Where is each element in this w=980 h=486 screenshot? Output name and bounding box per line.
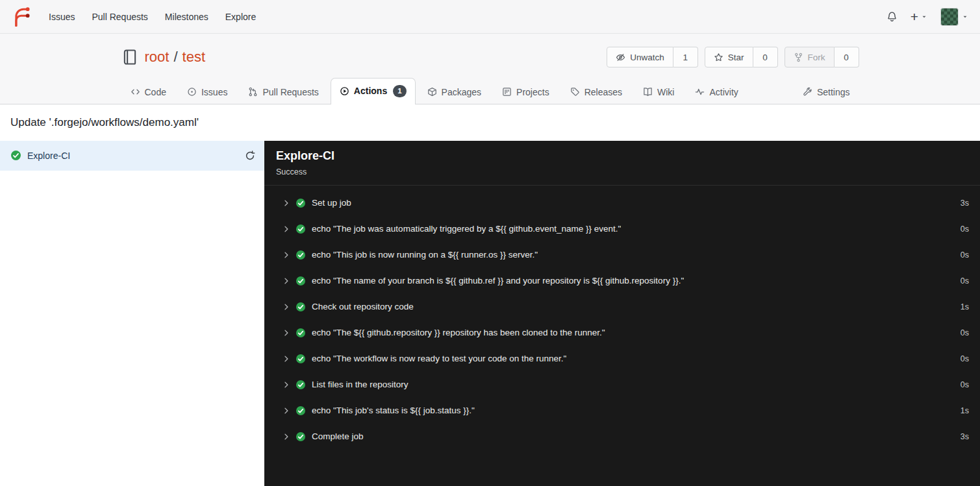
chevron-right-icon[interactable] (282, 199, 291, 208)
repo-title-row: root / test Unwatch 1 Star 0 (121, 45, 859, 69)
tab-packages[interactable]: Packages (418, 80, 490, 104)
job-header: Explore-CI Success (264, 141, 980, 186)
code-icon (131, 87, 140, 97)
tab-label: Activity (709, 87, 738, 97)
step-row[interactable]: Complete job 3s (264, 424, 980, 450)
repo-owner-link[interactable]: root (145, 49, 170, 66)
tag-icon (570, 87, 580, 97)
tab-label: Issues (201, 87, 227, 97)
repo-action-buttons: Unwatch 1 Star 0 Fork 0 (607, 47, 859, 67)
steps-list: Set up job 3s echo "The job was automati… (264, 186, 980, 450)
tab-releases[interactable]: Releases (561, 80, 631, 104)
step-row[interactable]: echo "The workflow is now ready to test … (264, 346, 980, 372)
job-status: Success (276, 167, 968, 176)
repo-name-link[interactable]: test (182, 49, 205, 66)
step-name: Set up job (312, 198, 351, 208)
caret-down-icon (921, 14, 927, 20)
forgejo-logo[interactable] (12, 7, 31, 27)
success-check-icon (295, 431, 306, 442)
step-name: echo "The workflow is now ready to test … (312, 354, 566, 363)
unwatch-button[interactable]: Unwatch (607, 47, 673, 67)
job-item-explore-ci[interactable]: Explore-CI (0, 141, 264, 171)
tab-projects[interactable]: Projects (493, 80, 559, 104)
log-panel: Explore-CI Success Set up job 3s echo "T… (264, 141, 980, 486)
refresh-icon[interactable] (245, 151, 255, 161)
watch-count[interactable]: 1 (673, 47, 698, 67)
chevron-right-icon[interactable] (282, 406, 291, 415)
nav-issues[interactable]: Issues (40, 6, 83, 28)
tab-activity[interactable]: Activity (686, 80, 747, 104)
chevron-right-icon[interactable] (282, 302, 291, 311)
unwatch-label: Unwatch (630, 53, 664, 62)
tab-label: Pull Requests (262, 87, 318, 97)
success-check-icon (295, 380, 306, 390)
step-duration: 0s (953, 380, 969, 389)
step-row[interactable]: Check out repository code 1s (264, 294, 980, 320)
nav-pull-requests[interactable]: Pull Requests (83, 6, 156, 28)
repo-header: root / test Unwatch 1 Star 0 (0, 34, 980, 104)
repo-path-separator: / (173, 49, 177, 66)
step-row[interactable]: List files in the repository 0s (264, 372, 980, 398)
repo-tabs: Code Issues Pull Requests Actions 1 Pack… (121, 78, 859, 104)
tab-code[interactable]: Code (121, 80, 175, 104)
jobs-sidebar: Explore-CI (0, 141, 264, 486)
chevron-right-icon[interactable] (282, 328, 291, 337)
step-name: echo "This job's status is ${{ job.statu… (312, 406, 475, 415)
chevron-right-icon[interactable] (282, 225, 291, 234)
navbar-links: Issues Pull Requests Milestones Explore (40, 6, 264, 28)
chevron-right-icon[interactable] (282, 276, 291, 286)
pulse-icon (695, 87, 705, 97)
plus-icon: + (911, 10, 918, 23)
chevron-right-icon[interactable] (282, 432, 291, 441)
step-row[interactable]: echo "This job is now running on a ${{ r… (264, 242, 980, 268)
fork-label: Fork (808, 53, 825, 62)
watch-button-group: Unwatch 1 (607, 47, 698, 67)
step-name: echo "The job was automatically triggere… (312, 224, 621, 234)
success-check-icon (295, 198, 306, 208)
step-row[interactable]: echo "The name of your branch is ${{ git… (264, 268, 980, 294)
success-check-icon (295, 354, 306, 364)
step-duration: 1s (953, 406, 969, 415)
tab-settings[interactable]: Settings (794, 80, 859, 104)
success-check-icon (295, 276, 306, 286)
tab-label: Settings (817, 87, 850, 97)
fork-count[interactable]: 0 (835, 47, 859, 67)
fork-icon (794, 53, 803, 62)
workflow-run-title: Update '.forgejo/workflows/demo.yaml' (10, 116, 970, 129)
success-check-icon (10, 150, 21, 161)
step-row[interactable]: echo "The ${{ github.repository }} repos… (264, 320, 980, 346)
pull-request-icon (248, 87, 258, 97)
avatar (940, 8, 959, 26)
run-title-bar: Update '.forgejo/workflows/demo.yaml' (0, 104, 980, 141)
chevron-right-icon[interactable] (282, 354, 291, 363)
tab-wiki[interactable]: Wiki (634, 80, 683, 104)
star-label: Star (728, 53, 744, 62)
caret-down-icon (962, 14, 968, 20)
step-row[interactable]: Set up job 3s (264, 190, 980, 216)
tab-actions[interactable]: Actions 1 (331, 78, 416, 104)
tab-issues[interactable]: Issues (178, 80, 236, 104)
step-duration: 0s (953, 250, 969, 260)
nav-milestones[interactable]: Milestones (157, 6, 217, 28)
star-icon (714, 53, 723, 62)
nav-explore[interactable]: Explore (217, 6, 264, 28)
tab-label: Code (145, 87, 166, 97)
tab-pull-requests[interactable]: Pull Requests (239, 80, 327, 104)
step-name: echo "The name of your branch is ${{ git… (312, 276, 684, 286)
star-count[interactable]: 0 (753, 47, 778, 67)
notifications-button[interactable] (886, 11, 898, 22)
actions-count-badge: 1 (393, 85, 406, 97)
user-menu[interactable] (940, 8, 968, 26)
fork-button[interactable]: Fork (785, 47, 835, 67)
step-row[interactable]: echo "This job's status is ${{ job.statu… (264, 398, 980, 424)
success-check-icon (295, 224, 306, 234)
fork-button-group: Fork 0 (785, 47, 859, 67)
play-circle-icon (340, 86, 349, 96)
chevron-right-icon[interactable] (282, 380, 291, 389)
create-new-button[interactable]: + (911, 10, 927, 23)
success-check-icon (295, 250, 306, 260)
star-button[interactable]: Star (705, 47, 753, 67)
step-name: echo "This job is now running on a ${{ r… (312, 250, 538, 260)
chevron-right-icon[interactable] (282, 250, 291, 260)
step-row[interactable]: echo "The job was automatically triggere… (264, 216, 980, 242)
